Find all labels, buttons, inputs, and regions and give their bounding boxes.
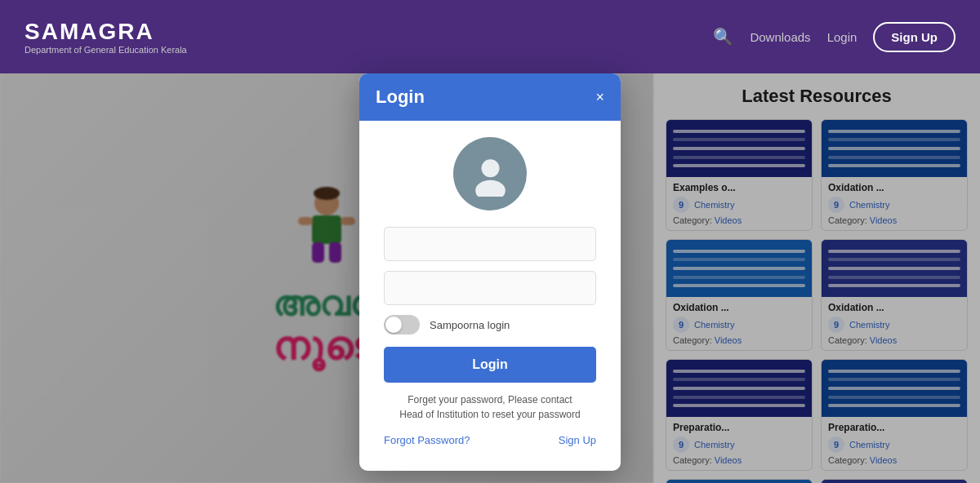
modal-footer-links: Forgot Password? Sign Up xyxy=(384,434,596,446)
sampoorna-toggle-row: Sampoorna login xyxy=(384,315,596,335)
username-input[interactable] xyxy=(384,227,596,261)
logo-area: SAMAGRA Department of General Education … xyxy=(24,19,187,55)
svg-point-8 xyxy=(475,179,506,196)
modal-header: Login × xyxy=(359,73,621,121)
signup-button[interactable]: Sign Up xyxy=(873,22,956,52)
avatar xyxy=(453,137,527,210)
hint-line1: Forget your password, Please contact xyxy=(408,394,572,405)
modal-body: Sampoorna login Login Forget your passwo… xyxy=(359,121,621,471)
login-link[interactable]: Login xyxy=(827,30,858,44)
toggle-knob xyxy=(385,317,402,333)
header-right: 🔍 Downloads Login Sign Up xyxy=(713,22,956,52)
forgot-password-link[interactable]: Forgot Password? xyxy=(384,434,470,446)
sampoorna-toggle[interactable] xyxy=(384,315,420,335)
svg-point-7 xyxy=(481,159,499,177)
hint-text: Forget your password, Please contact Hea… xyxy=(399,392,580,422)
modal-title: Login xyxy=(376,86,425,108)
logo-subtitle: Department of General Education Kerala xyxy=(24,45,187,55)
modal-close-button[interactable]: × xyxy=(595,90,604,104)
logo-title: SAMAGRA xyxy=(24,19,187,45)
login-button[interactable]: Login xyxy=(384,347,596,383)
hint-line2: Head of Institution to reset your passwo… xyxy=(399,409,580,420)
modal-signup-link[interactable]: Sign Up xyxy=(559,434,596,446)
header: SAMAGRA Department of General Education … xyxy=(0,0,980,73)
search-icon[interactable]: 🔍 xyxy=(713,27,733,47)
toggle-label: Sampoorna login xyxy=(430,319,510,331)
downloads-link[interactable]: Downloads xyxy=(750,30,810,44)
main-content: അവധ നൂടെ Latest Resources Examples o... xyxy=(0,73,980,483)
avatar-icon xyxy=(468,152,513,197)
password-input[interactable] xyxy=(384,271,596,305)
login-modal: Login × Sampoorna login Login Forget you… xyxy=(359,73,621,471)
